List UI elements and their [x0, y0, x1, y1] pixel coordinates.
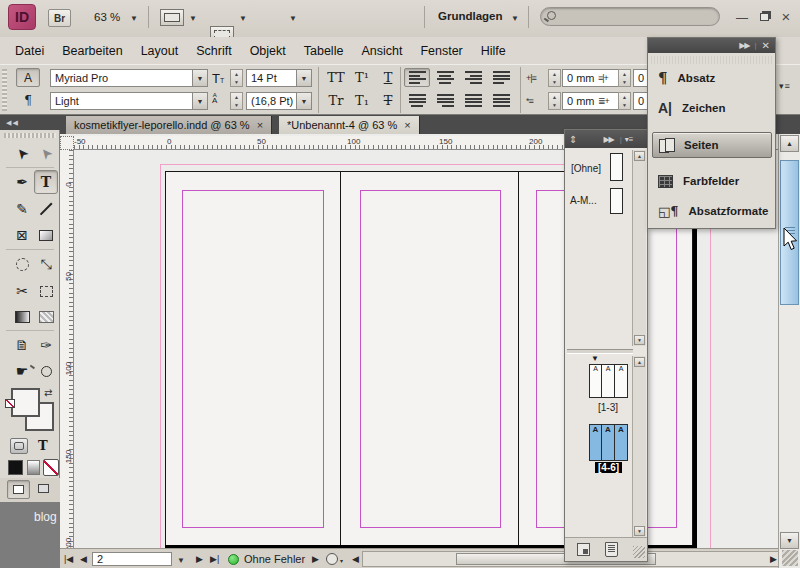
- masters-scroll-down-icon[interactable]: ▼: [634, 335, 645, 345]
- menu-layout[interactable]: Layout: [132, 41, 188, 61]
- justify-all-button[interactable]: [460, 91, 486, 110]
- bridge-button[interactable]: Br: [48, 9, 71, 27]
- expand-panels-icon[interactable]: ▶▶: [739, 41, 749, 50]
- font-size-dropdown-icon[interactable]: ▼: [296, 70, 311, 86]
- frame-tool-icon[interactable]: ⊠: [10, 223, 34, 247]
- menu-datei[interactable]: Datei: [6, 41, 53, 61]
- strikethrough-button[interactable]: T: [376, 93, 400, 108]
- vscroll-down-arrow[interactable]: ▼: [780, 532, 799, 549]
- font-style-combo[interactable]: Light ▼: [50, 92, 208, 110]
- page-number-field[interactable]: 2: [92, 552, 172, 566]
- menu-tabelle[interactable]: Tabelle: [295, 41, 353, 61]
- preview-mode-button[interactable]: [33, 480, 56, 499]
- scissors-tool-icon[interactable]: ✂: [10, 279, 34, 303]
- tab-kosmetikflyer[interactable]: kosmetikflyer-leporello.indd @ 63 % ×: [66, 116, 272, 134]
- rotate-tool-icon[interactable]: [10, 252, 34, 276]
- normal-view-mode-button[interactable]: [7, 480, 30, 499]
- leading-combo[interactable]: (16,8 Pt) ▼: [246, 92, 312, 110]
- workspace-dropdown-icon[interactable]: ▼: [511, 14, 519, 23]
- indent-left-stepper[interactable]: ▲▼: [548, 69, 561, 87]
- pages-scroll-down-icon[interactable]: ▼: [634, 526, 645, 536]
- screen-mode-dropdown-icon[interactable]: ▼: [239, 14, 247, 23]
- menu-bearbeiten[interactable]: Bearbeiten: [53, 41, 131, 61]
- page-thumbnail[interactable]: A: [615, 364, 628, 398]
- masters-scroll-up-icon[interactable]: ▲: [634, 151, 645, 161]
- pages-panel-header[interactable]: ⇕ ▶▶ | ▾≡: [565, 130, 647, 148]
- all-caps-button[interactable]: TT: [324, 70, 348, 85]
- master-a-thumbnail[interactable]: [610, 188, 623, 214]
- close-button[interactable]: ×: [777, 9, 795, 24]
- preflight-flyout-arrow[interactable]: ▶: [312, 554, 319, 564]
- scale-tool-icon[interactable]: ⤡: [34, 252, 58, 276]
- swap-fill-stroke-icon[interactable]: ⇄: [44, 387, 52, 398]
- menu-ansicht[interactable]: Ansicht: [352, 41, 411, 61]
- hscroll-left-arrow[interactable]: ◀: [352, 554, 359, 564]
- pen-tool-icon[interactable]: ✒: [10, 170, 34, 194]
- delete-page-button[interactable]: [605, 542, 618, 557]
- spread-1-3-label[interactable]: [1-3]: [598, 402, 618, 413]
- default-fill-stroke-icon[interactable]: [5, 399, 15, 408]
- justify-button[interactable]: [488, 91, 514, 110]
- font-style-dropdown-icon[interactable]: ▼: [192, 93, 207, 109]
- arrange-documents-dropdown-icon[interactable]: ▼: [289, 14, 297, 23]
- tools-panel-grip[interactable]: [4, 133, 56, 138]
- dock-header[interactable]: ▶▶ | ✕: [648, 38, 775, 53]
- view-options-button[interactable]: [160, 9, 184, 26]
- superscript-button[interactable]: T¹: [350, 70, 374, 85]
- page-thumbnail[interactable]: A: [602, 364, 615, 398]
- align-right-button[interactable]: [460, 68, 486, 87]
- tab-unbenannt-4-active[interactable]: *Unbenannt-4 @ 63 % ×: [279, 116, 420, 134]
- page-thumbnail[interactable]: A: [602, 424, 615, 461]
- justify-last-left-button[interactable]: [488, 68, 514, 87]
- fill-swatch-none[interactable]: [11, 388, 40, 417]
- vscroll-up-arrow[interactable]: ▲: [780, 135, 799, 152]
- justify-last-right-button[interactable]: [432, 91, 458, 110]
- formatting-affects-container-button[interactable]: [10, 438, 28, 454]
- spread-4-6-thumbnails-selected[interactable]: A A A: [589, 424, 628, 461]
- page-thumbnail[interactable]: A: [589, 424, 602, 461]
- line-tool-icon[interactable]: [34, 197, 58, 221]
- zoom-level-value[interactable]: 63 %: [94, 11, 120, 23]
- workspace-switcher[interactable]: Grundlagen: [438, 10, 503, 22]
- indent-right-stepper[interactable]: ▲▼: [618, 69, 631, 87]
- free-transform-tool-icon[interactable]: [34, 279, 58, 303]
- menu-fenster[interactable]: Fenster: [411, 41, 471, 61]
- pages-scrollbar[interactable]: ▲ ▼: [632, 356, 646, 538]
- eyedropper-tool-icon[interactable]: ✑: [34, 333, 58, 357]
- hand-tool-icon[interactable]: ☛: [10, 359, 34, 383]
- small-caps-button[interactable]: Tr: [324, 93, 348, 108]
- panel-splitter[interactable]: [567, 349, 633, 354]
- formatting-affects-text-button[interactable]: T: [38, 438, 48, 453]
- tab-close-icon[interactable]: ×: [404, 119, 410, 131]
- dock-item-absatzformate[interactable]: ◱¶ Absatzformate: [652, 198, 772, 224]
- gradient-feather-tool-icon[interactable]: [34, 305, 58, 329]
- preflight-menu-icon[interactable]: [326, 553, 338, 565]
- direct-selection-tool-icon[interactable]: ➤: [34, 142, 58, 166]
- type-tool-icon-selected[interactable]: T: [34, 170, 58, 194]
- minimize-button[interactable]: —: [733, 10, 751, 25]
- view-options-dropdown-icon[interactable]: ▼: [189, 14, 197, 23]
- control-panel-menu-icon[interactable]: ▾≡: [779, 81, 791, 91]
- font-size-combo[interactable]: 14 Pt ▼: [246, 69, 312, 87]
- zoom-tool-icon[interactable]: [34, 359, 58, 383]
- page-number-dropdown-icon[interactable]: ▼: [177, 556, 185, 565]
- next-page-button[interactable]: ▶: [196, 554, 203, 564]
- new-page-button[interactable]: [577, 543, 590, 556]
- menu-schrift[interactable]: Schrift: [187, 41, 240, 61]
- apply-none-button[interactable]: [43, 459, 59, 476]
- dock-item-farbfelder[interactable]: Farbfelder: [652, 168, 772, 194]
- panel-grip[interactable]: [2, 69, 7, 111]
- spread-1-3-thumbnails[interactable]: A A A: [589, 364, 628, 398]
- tab-close-icon[interactable]: ×: [257, 119, 263, 131]
- zoom-level-dropdown-icon[interactable]: ▼: [130, 14, 138, 23]
- apply-color-button[interactable]: [8, 460, 23, 475]
- spread-4-6-label[interactable]: [4-6]: [595, 462, 622, 473]
- font-size-stepper[interactable]: ▲▼: [230, 69, 243, 87]
- pages-scroll-up-icon[interactable]: ▲: [634, 357, 645, 367]
- align-center-button[interactable]: [432, 68, 458, 87]
- rectangle-tool-icon[interactable]: [34, 223, 58, 247]
- underline-button[interactable]: T: [376, 70, 400, 85]
- panel-cycle-icon[interactable]: ⇕: [569, 134, 577, 145]
- dock-item-zeichen[interactable]: A| Zeichen: [652, 95, 772, 121]
- master-a-label[interactable]: A-M...: [570, 195, 597, 206]
